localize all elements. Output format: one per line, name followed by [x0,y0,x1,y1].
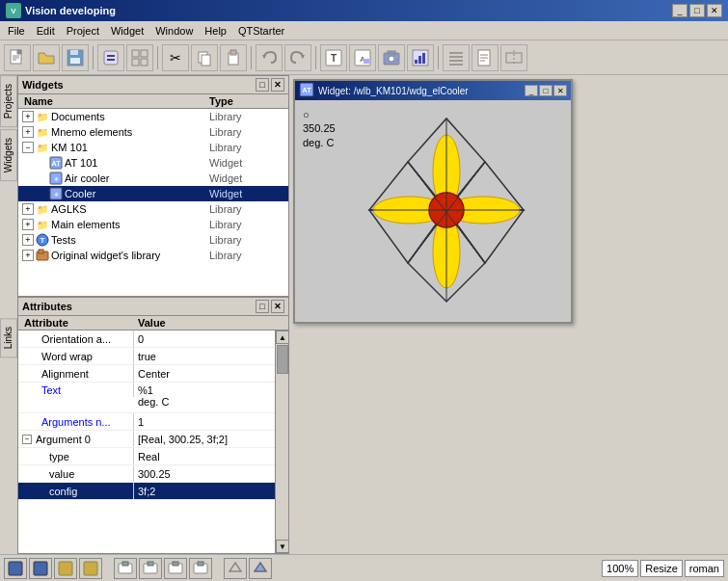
minimize-button[interactable]: _ [672,4,688,17]
expander-aglks[interactable]: + [22,203,34,215]
widgets-panel-close[interactable]: ✕ [271,78,284,92]
status-icon-7[interactable] [164,558,187,579]
toolbar-open[interactable] [33,44,60,71]
toolbar-list[interactable] [443,44,470,71]
status-icon-9[interactable] [224,558,247,579]
attr-value-config: 3f;2 [134,483,275,499]
attr-row-arg0[interactable]: − Argument 0 [Real, 300.25, 3f;2] [18,431,275,448]
tree-item-at101[interactable]: AT AT 101 Widget [18,155,288,171]
toolbar-redo[interactable] [284,44,311,71]
toolbar-save[interactable] [62,44,89,71]
toolbar-capture[interactable] [378,44,405,71]
expander-mnemo[interactable]: + [22,126,34,138]
expander-km101[interactable]: − [22,142,34,153]
status-icon-3[interactable] [54,558,77,579]
toolbar-attr-text[interactable]: A [349,44,376,71]
menu-help[interactable]: Help [199,24,232,38]
status-icon-4[interactable] [79,558,102,579]
menu-window[interactable]: Window [149,24,199,38]
status-bar: 100% Resize roman [0,554,728,581]
attr-panel-close[interactable]: ✕ [271,300,284,313]
svg-text:T: T [331,53,337,64]
attr-row-alignment[interactable]: Alignment Center [18,365,275,383]
toolbar-paste[interactable] [220,44,247,71]
folder-icon-km101: 📁 [36,141,49,154]
attr-panel-expand[interactable]: □ [256,300,269,313]
status-icon-8[interactable] [189,558,212,579]
tab-widgets[interactable]: Widgets [0,129,17,181]
tree-view[interactable]: + 📁 Documents Library + 📁 Mnemo elements… [18,109,288,296]
folder-icon-main: 📁 [36,218,49,231]
toolbar-page[interactable] [472,44,499,71]
tree-item-tests[interactable]: + T Tests Library [18,232,288,248]
status-icon-1[interactable] [4,558,27,579]
arg0-expander[interactable]: − [22,435,32,444]
tab-links[interactable]: Links [0,318,17,357]
attr-row-argnum[interactable]: Arguments n... 1 [18,413,275,431]
attr-row-text[interactable]: Text %1deg. C [18,383,275,413]
menu-edit[interactable]: Edit [31,24,61,38]
expander-documents[interactable]: + [22,111,34,122]
attr-value-argnum: 1 [134,413,275,430]
preview-maximize[interactable]: □ [539,85,553,96]
tree-item-cooler[interactable]: ❄ Cooler Widget [18,186,288,201]
preview-minimize[interactable]: _ [525,85,538,96]
toolbar-cut[interactable]: ✂ [162,44,189,71]
toolbar-text[interactable]: T [320,44,347,71]
toolbar-copy[interactable] [191,44,218,71]
attr-row-config[interactable]: config 3f;2 [18,483,275,500]
scroll-down[interactable]: ▼ [276,540,288,553]
attr-row-orientation[interactable]: Orientation a... 0 [18,330,275,348]
expander-tests[interactable]: + [22,234,34,246]
tree-item-original[interactable]: + Original widget's library Library [18,248,288,263]
toolbar-settings[interactable] [97,44,124,71]
menu-project[interactable]: Project [61,24,105,38]
svg-text:AT: AT [303,87,312,93]
tree-item-aglks[interactable]: + 📁 AGLKS Library [18,201,288,217]
menu-file[interactable]: File [2,24,31,38]
folder-icon-aglks: 📁 [36,202,49,216]
zoom-field: 100% [602,560,638,577]
scroll-up[interactable]: ▲ [276,330,288,344]
toolbar-chart[interactable] [407,44,434,71]
scroll-thumb[interactable] [277,345,288,374]
status-right: 100% Resize roman [602,560,724,577]
close-button[interactable]: ✕ [707,4,722,17]
scroll-track[interactable] [276,344,288,540]
toolbar-new[interactable] [4,44,31,71]
status-icon-6[interactable] [139,558,162,579]
status-icon-2[interactable] [29,558,52,579]
preview-close[interactable]: ✕ [553,85,567,96]
attr-name-argnum: Arguments n... [18,413,134,430]
expander-original[interactable]: + [22,250,34,261]
widgets-panel-expand[interactable]: □ [256,78,269,92]
menu-widget[interactable]: Widget [105,24,149,38]
tree-item-mnemo[interactable]: + 📁 Mnemo elements Library [18,124,288,140]
tree-item-aircooler[interactable]: ❄ Air cooler Widget [18,171,288,186]
attr-scrollbar[interactable]: ▲ ▼ [275,330,288,553]
tree-item-documents[interactable]: + 📁 Documents Library [18,109,288,124]
attr-table[interactable]: Orientation a... 0 Word wrap true [18,330,275,553]
toolbar-width[interactable] [500,44,527,71]
tab-projects[interactable]: Projects [0,75,17,127]
user-field: roman [685,560,724,577]
svg-rect-9 [104,51,118,65]
tree-item-main-elements[interactable]: + 📁 Main elements Library [18,217,288,232]
attr-name-config: config [18,483,134,499]
attr-row-value[interactable]: value 300.25 [18,465,275,483]
maximize-button[interactable]: □ [689,4,705,17]
attr-name-value: value [18,465,134,482]
toolbar-undo[interactable] [256,44,283,71]
tree-item-km101[interactable]: − 📁 KM 101 Library [18,140,288,155]
attributes-panel-title: Attributes [22,301,72,312]
attr-row-type[interactable]: type Real [18,448,275,465]
expander-main-elements[interactable]: + [22,219,34,230]
status-icon-5[interactable] [114,558,137,579]
attributes-panel: Attributes □ ✕ Attribute Value Orientati… [17,297,289,554]
attr-row-wordwrap[interactable]: Word wrap true [18,348,275,365]
status-icon-10[interactable] [249,558,272,579]
toolbar-grid[interactable] [126,44,153,71]
attr-name-wordwrap: Word wrap [18,348,134,364]
widget-icon-aircooler: ❄ [49,172,63,185]
menu-qtstarter[interactable]: QTStarter [232,24,290,38]
